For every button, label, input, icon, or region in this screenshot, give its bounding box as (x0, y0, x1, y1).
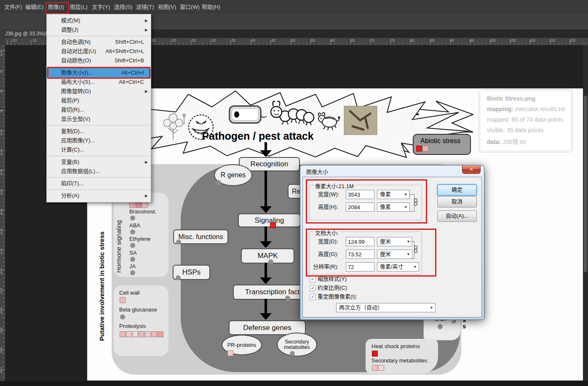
hormone-item-sa: SA (129, 250, 136, 256)
menubar-item-4[interactable]: 图层(L) (70, 0, 88, 14)
heat-secondary-label: Secondary metabolites (372, 357, 427, 364)
resample-method-select[interactable]: 两次立方（自动）▼ (336, 303, 436, 312)
proteolysis-squares (120, 331, 163, 337)
hormone-marker-squares (129, 202, 148, 208)
secondary-metabolites-dot (290, 351, 295, 356)
image-menu-item-3[interactable]: 自动色调(N)Shift+Ctrl+L (47, 37, 151, 47)
resample-checkbox[interactable]: ✓ (310, 294, 316, 300)
menubar-item-9[interactable]: 窗口(W) (180, 0, 200, 14)
arrow-head (260, 241, 272, 248)
hruler-number: 115 (549, 38, 555, 43)
vruler-number: 5 5 (0, 307, 3, 314)
resample-method-value: 两次立方（自动） (339, 304, 383, 311)
image-menu-item-4[interactable]: 自动对比度(U)Alt+Shift+Ctrl+L (47, 47, 151, 56)
node-signaling: Signaling (238, 213, 301, 227)
doc-height-input[interactable] (346, 250, 374, 259)
marker-square (142, 202, 148, 208)
submenu-arrow-icon: ▶ (145, 87, 148, 96)
hruler-number: 40 (251, 38, 255, 43)
image-menu-item-7[interactable]: 画布大小(S)...Alt+Ctrl+C (47, 77, 151, 87)
image-menu-item-10[interactable]: 裁切(R)... (47, 105, 151, 114)
menu-separator (47, 177, 150, 178)
abiotic-stress-squares (416, 146, 428, 152)
cancel-button[interactable]: 取消 (437, 196, 477, 208)
proteolysis-label: Proteolysis (119, 323, 146, 329)
beta-glucanase-label: Beta glucanase (119, 306, 157, 313)
pixel-height-unit-select[interactable]: 像素▼ (377, 202, 410, 212)
status-bar (0, 381, 588, 386)
photoshop-window: 文件(F)编辑(E)图像(I)图层(L)文字(Y)选择(S)滤镜(T)视图(V)… (0, 0, 588, 386)
pixel-height-input[interactable] (346, 202, 374, 212)
menubar-item-2[interactable]: 编辑(E) (25, 0, 43, 14)
hormone-item-dot (130, 270, 135, 275)
image-menu-item-16[interactable]: 应用数据组(L)... (47, 167, 151, 176)
vruler-number: 1 0 (0, 50, 3, 56)
menubar-item-6[interactable]: 选择(S) (114, 0, 132, 14)
vertical-scrollbar[interactable] (583, 45, 588, 381)
doc-height-unit-select[interactable]: 厘米▼ (377, 250, 412, 259)
resample-label: 重定图像像素(I): (318, 293, 357, 300)
hruler-number: 20 (172, 38, 176, 43)
image-menu-item-15[interactable]: 变量(B)▶ (47, 157, 151, 167)
pixel-width-input[interactable] (346, 190, 374, 199)
dof-dot (438, 324, 443, 329)
image-menu-item-11[interactable]: 显示全部(V) (47, 114, 151, 124)
heat-secondary-squares (372, 365, 384, 371)
info-row-4: data: J36筛.txt (487, 137, 571, 146)
doc-height-unit: 厘米 (380, 251, 391, 257)
image-menu-item-12[interactable]: 复制(D)... (47, 127, 151, 136)
ok-button[interactable]: 确定 (437, 184, 477, 196)
image-menu-item-9[interactable]: 裁剪(P) (47, 96, 151, 105)
menubar-item-5[interactable]: 文字(Y) (92, 0, 110, 14)
node-mapk: MAPK (241, 248, 294, 264)
menubar-item-7[interactable]: 滤镜(T) (136, 0, 154, 14)
image-menu-item-17[interactable]: 陷印(T)... (47, 179, 151, 188)
auto-button[interactable]: 自动(A)... (437, 210, 477, 222)
scale-styles-label: 缩放样式(Y) (318, 276, 347, 282)
vruler-number: 5 (0, 70, 3, 73)
doc-height-label: 高度(G): (318, 250, 338, 259)
vruler-number: 4 0 (0, 248, 3, 255)
scale-styles-checkbox[interactable]: ✓ (310, 276, 316, 282)
resolution-unit-select[interactable]: 像素/英寸▼ (377, 262, 419, 272)
image-menu-item-18[interactable]: 分析(A)▶ (47, 191, 151, 200)
scrollbar-thumb[interactable] (584, 96, 587, 272)
image-menu-item-13[interactable]: 应用图像(Y)... (47, 136, 151, 145)
document-tab[interactable]: J36.jpg @ 33.3%(F (0, 29, 54, 38)
pixel-width-unit-select[interactable]: 像素▼ (377, 190, 410, 199)
putative-involvement-label: Putative involvement in biotic stress (98, 210, 105, 341)
hormone-item-dot (130, 229, 135, 234)
chain-link-icon (413, 245, 418, 253)
node-secondary-metabolites: Secondary metabolites (277, 333, 317, 357)
marker-square (132, 331, 138, 337)
image-menu-item-8[interactable]: 图像旋转(G)▶ (47, 87, 151, 96)
hruler-number: 75 (390, 38, 395, 43)
bacterium-icon (230, 106, 267, 123)
doc-width-label: 宽度(D): (318, 237, 338, 246)
cell-wall-square (120, 297, 126, 303)
doc-width-unit-select[interactable]: 厘米▼ (377, 237, 412, 246)
image-menu-item-5[interactable]: 自动颜色(O)Shift+Ctrl+B (47, 56, 151, 65)
dialog-body: 像素大小:21.1M 宽度(W): 像素▼ 高度(H): 像素▼ 确定 取消 自… (302, 177, 482, 317)
menubar-item-8[interactable]: 视图(V) (158, 0, 176, 14)
info-rows: mapping: mercator.results.txtmapped: 85 … (487, 106, 571, 146)
chevron-down-icon: ▼ (404, 203, 408, 211)
hormone-item-dot (130, 216, 135, 221)
constrain-proportions-checkbox[interactable]: ✓ (310, 285, 316, 291)
marker-square (378, 365, 384, 371)
menubar-item-1[interactable]: 文件(F) (4, 0, 22, 14)
submenu-arrow-icon: ▶ (145, 16, 148, 25)
info-panel-inner: Biotic Stress.png mapping: mercator.resu… (480, 91, 572, 151)
image-menu-item-14[interactable]: 计算(C)... (47, 145, 151, 154)
image-menu-item-6[interactable]: 图像大小(I)...Alt+Ctrl+I (47, 68, 151, 77)
image-menu-item-2[interactable]: 调整(J)▶ (47, 25, 151, 35)
heat-shock-panel: Heat shock proteins Secondary metabolite… (366, 339, 438, 374)
menubar-item-10[interactable]: 帮助(H) (202, 0, 220, 14)
hormone-item-dot (130, 243, 135, 248)
doc-width-input[interactable] (346, 237, 374, 246)
resolution-input[interactable] (346, 262, 374, 272)
chevron-down-icon: ▼ (430, 303, 433, 312)
menu-separator (47, 67, 150, 67)
image-menu-item-1[interactable]: 模式(M)▶ (47, 16, 151, 25)
close-button[interactable]: ✕ (462, 165, 481, 174)
